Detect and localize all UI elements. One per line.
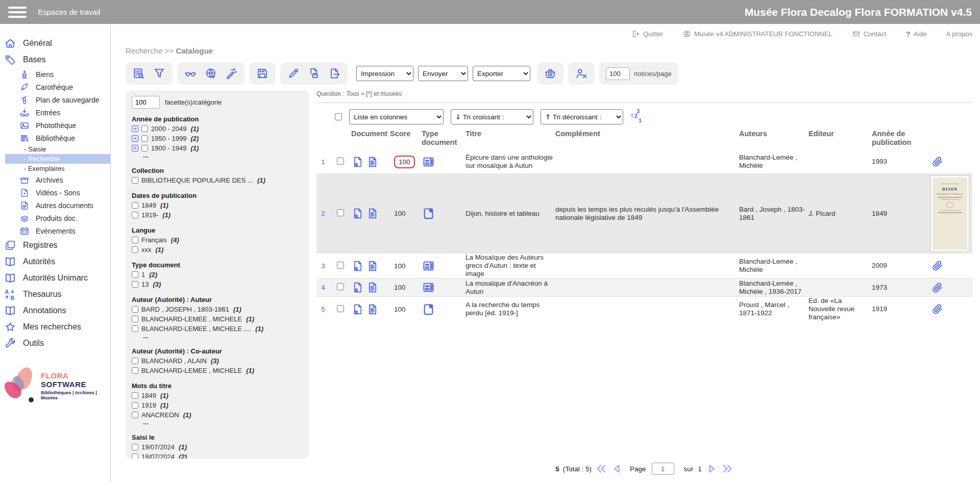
- breadcrumb-section[interactable]: Recherche: [126, 46, 163, 55]
- row-select-checkbox[interactable]: [337, 158, 344, 165]
- sidebar-item-thesaurus[interactable]: Thesaurus: [0, 286, 110, 302]
- utility-quitter[interactable]: Quitter: [631, 30, 663, 38]
- sidebar-item-autres-documents[interactable]: Autres documents: [0, 199, 110, 212]
- row-select-checkbox[interactable]: [337, 305, 344, 312]
- view-mode-select[interactable]: Liste en colonnes: [349, 109, 444, 124]
- next-page-icon[interactable]: [705, 463, 718, 475]
- notices-per-page-input[interactable]: [606, 67, 630, 80]
- paperclip-icon[interactable]: [931, 260, 943, 272]
- file-add-icon[interactable]: [351, 156, 364, 168]
- sidebar-item-saisie[interactable]: - Saisie: [0, 144, 110, 154]
- utility-musee-v4-administrateur-fonctionnel[interactable]: Musée v4 ADMINISTRATEUR FONCTIONNEL: [682, 30, 832, 38]
- facet-more[interactable]: ...: [132, 334, 303, 341]
- facet-checkbox[interactable]: [132, 325, 138, 332]
- facet-checkbox[interactable]: [132, 177, 138, 184]
- sidebar-item-evenements[interactable]: Evènements: [0, 224, 110, 237]
- sidebar-item-autorites[interactable]: Autorités: [0, 253, 110, 270]
- sidebar-item-biens[interactable]: Biens: [0, 68, 110, 81]
- globe-icon[interactable]: [204, 67, 217, 80]
- sidebar-item-bases[interactable]: Bases: [0, 52, 110, 68]
- utility-contact[interactable]: Contact: [852, 30, 887, 38]
- file-view-icon[interactable]: [366, 260, 379, 272]
- row-select-checkbox[interactable]: [337, 209, 344, 216]
- facet-checkbox[interactable]: [132, 212, 138, 218]
- sidebar-item-carotheque[interactable]: Carothèque: [0, 81, 110, 93]
- last-page-icon[interactable]: [721, 463, 733, 475]
- result-number-link[interactable]: 2: [321, 210, 325, 217]
- facet-checkbox[interactable]: [132, 358, 138, 364]
- facet-checkbox[interactable]: [132, 392, 138, 399]
- edit-icon[interactable]: [287, 67, 300, 80]
- file-add-icon[interactable]: [351, 207, 364, 220]
- file-view-icon[interactable]: [366, 281, 379, 294]
- facet-checkbox[interactable]: [132, 316, 138, 322]
- facet-checkbox[interactable]: [132, 271, 138, 278]
- file-add-icon[interactable]: [351, 281, 364, 294]
- facet-checkbox[interactable]: [132, 237, 138, 243]
- envoyer-select[interactable]: Envoyer: [418, 66, 468, 81]
- file-export-icon[interactable]: [328, 67, 341, 80]
- glasses-icon[interactable]: [184, 67, 197, 80]
- list-search-icon[interactable]: [132, 67, 145, 80]
- result-number-link[interactable]: 1: [321, 158, 325, 166]
- facets-per-category-input[interactable]: [132, 96, 160, 109]
- sidebar-item-archives[interactable]: Archives: [0, 173, 110, 186]
- file-view-icon[interactable]: [366, 303, 379, 316]
- file-view-icon[interactable]: [366, 207, 379, 220]
- file-add-icon[interactable]: [351, 303, 364, 316]
- result-number-link[interactable]: 4: [321, 284, 325, 291]
- facet-more[interactable]: ...: [132, 153, 303, 160]
- sort-ascending-select[interactable]: ⇓ Tri croissant :: [451, 109, 533, 124]
- impression-select[interactable]: Impression: [356, 66, 413, 81]
- file-view-icon[interactable]: [366, 156, 379, 168]
- filter-icon[interactable]: [153, 67, 166, 80]
- record-thumbnail[interactable]: DIJONHISTOIRE ET TABLEAU: [931, 176, 969, 251]
- file-print-icon[interactable]: [307, 67, 321, 80]
- facet-checkbox[interactable]: [132, 444, 138, 450]
- utility-aide[interactable]: ?Aide: [905, 30, 926, 38]
- previous-page-icon[interactable]: [611, 463, 623, 475]
- facet-checkbox[interactable]: [141, 125, 148, 132]
- select-all-checkbox[interactable]: [335, 113, 342, 120]
- facet-checkbox[interactable]: [141, 135, 148, 142]
- magic-wand-icon[interactable]: [225, 67, 238, 80]
- expand-plus-icon[interactable]: +: [132, 125, 138, 132]
- sidebar-item-plan-de-sauvegarde[interactable]: Plan de sauvegarde: [0, 93, 110, 106]
- result-number-link[interactable]: 3: [321, 262, 325, 270]
- expand-plus-icon[interactable]: +: [132, 145, 138, 151]
- menu-hamburger-icon[interactable]: [8, 7, 27, 18]
- sidebar-item-produits-doc[interactable]: Produits doc.: [0, 212, 110, 224]
- utility-a-propos[interactable]: A propos: [946, 30, 972, 38]
- facet-checkbox[interactable]: [132, 367, 138, 374]
- paperclip-icon[interactable]: [931, 156, 943, 168]
- sidebar-item-phototheque[interactable]: Photothèque: [0, 119, 110, 132]
- row-select-checkbox[interactable]: [337, 262, 344, 269]
- basket-icon[interactable]: [544, 67, 557, 80]
- sidebar-item-mes-recherches[interactable]: Mes recherches: [0, 319, 110, 335]
- row-select-checkbox[interactable]: [337, 283, 344, 290]
- facet-checkbox[interactable]: [132, 412, 138, 418]
- sidebar-item-bibliotheque[interactable]: Bibliothèque: [0, 132, 110, 144]
- save-icon[interactable]: [256, 67, 269, 80]
- sidebar-item-recherche[interactable]: - Recherche: [5, 154, 110, 164]
- sidebar-item-registres[interactable]: Registres: [0, 237, 110, 253]
- sidebar-item-entrees[interactable]: Entrées: [0, 106, 110, 119]
- facet-checkbox[interactable]: [132, 246, 138, 253]
- file-add-icon[interactable]: [351, 260, 364, 272]
- paperclip-icon[interactable]: [931, 303, 943, 315]
- sort-numeric-icon[interactable]: 3↑21: [630, 109, 644, 124]
- facet-checkbox[interactable]: [132, 453, 138, 459]
- expand-plus-icon[interactable]: +: [132, 135, 138, 142]
- sidebar-item-outils[interactable]: Outils: [0, 335, 110, 351]
- sort-descending-select[interactable]: ⇑ Tri décroissant :: [541, 109, 623, 124]
- facet-more[interactable]: ...: [132, 420, 303, 427]
- sidebar-item-general[interactable]: Général: [0, 35, 110, 52]
- facet-checkbox[interactable]: [132, 306, 138, 313]
- facet-checkbox[interactable]: [132, 281, 138, 288]
- page-input[interactable]: [652, 463, 674, 475]
- facet-checkbox[interactable]: [132, 402, 138, 409]
- first-page-icon[interactable]: [595, 463, 607, 475]
- person-remove-icon[interactable]: [575, 67, 588, 80]
- facet-checkbox[interactable]: [132, 202, 138, 209]
- sidebar-item-exemplaires[interactable]: - Exemplaires: [0, 164, 110, 173]
